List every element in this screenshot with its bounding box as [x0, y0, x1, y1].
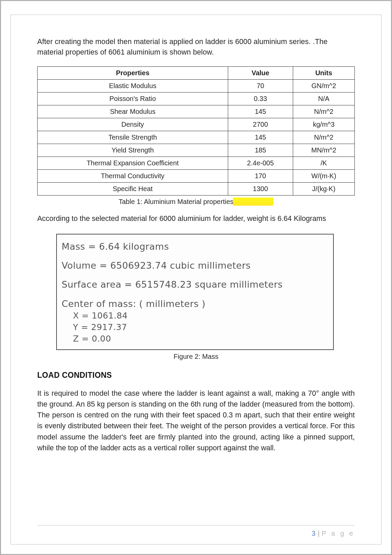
- center-of-mass-x: X = 1061.84: [62, 310, 328, 322]
- table-caption-text: Table 1: Aluminium Material properties: [118, 198, 233, 205]
- center-of-mass-y: Y = 2917.37: [62, 322, 328, 333]
- mass-properties-box: Mass = 6.64 kilograms Volume = 6506923.7…: [56, 234, 334, 350]
- table-cell-value: 1300: [228, 183, 293, 196]
- table-cell-units: N/m^2: [293, 105, 354, 118]
- page-footer: 3|P a g e: [37, 525, 355, 537]
- load-conditions-paragraph: It is required to model the case where t…: [37, 388, 355, 454]
- highlighter-mark: [233, 198, 274, 206]
- table-header-row: Properties Value Units: [38, 67, 355, 80]
- material-properties-table: Properties Value Units Elastic Modulus 7…: [37, 66, 355, 196]
- footer-separator: |: [318, 530, 320, 537]
- section-heading-load-conditions: LOAD CONDITIONS: [37, 371, 355, 380]
- table-cell-property: Shear Modulus: [38, 105, 228, 118]
- table-row: Yield Strength 185 MN/m^2: [38, 144, 355, 157]
- table-row: Specific Heat 1300 J/(kg·K): [38, 183, 355, 196]
- page-number: 3: [312, 530, 316, 537]
- table-cell-units: MN/m^2: [293, 144, 354, 157]
- table-cell-property: Elastic Modulus: [38, 80, 228, 92]
- table-cell-property: Thermal Conductivity: [38, 170, 228, 183]
- table-cell-units: W/(m·K): [293, 170, 354, 183]
- table-cell-units: N/m^2: [293, 131, 354, 144]
- table-row: Elastic Modulus 70 GN/m^2: [38, 80, 355, 92]
- weight-paragraph: According to the selected material for 6…: [37, 213, 355, 224]
- table-cell-property: Poisson's Ratio: [38, 92, 228, 105]
- table-cell-value: 2.4e-005: [228, 157, 293, 170]
- table-cell-units: GN/m^2: [293, 80, 354, 92]
- volume-line: Volume = 6506923.74 cubic millimeters: [62, 260, 328, 272]
- intro-paragraph: After creating the model then material i…: [37, 37, 355, 58]
- figure-caption: Figure 2: Mass: [37, 353, 355, 361]
- center-of-mass-z: Z = 0.00: [62, 333, 328, 345]
- table-cell-units: kg/m^3: [293, 118, 354, 131]
- table-cell-property: Yield Strength: [38, 144, 228, 157]
- mass-line: Mass = 6.64 kilograms: [62, 241, 328, 253]
- table-row: Tensile Strength 145 N/m^2: [38, 131, 355, 144]
- table-header-properties: Properties: [38, 67, 228, 80]
- table-cell-property: Density: [38, 118, 228, 131]
- table-row: Thermal Expansion Coefficient 2.4e-005 /…: [38, 157, 355, 170]
- table-row: Thermal Conductivity 170 W/(m·K): [38, 170, 355, 183]
- table-row: Shear Modulus 145 N/m^2: [38, 105, 355, 118]
- page-inner-frame: After creating the model then material i…: [10, 15, 382, 544]
- table-cell-property: Thermal Expansion Coefficient: [38, 157, 228, 170]
- table-cell-units: J/(kg·K): [293, 183, 354, 196]
- table-row: Poisson's Ratio 0.33 N/A: [38, 92, 355, 105]
- table-cell-value: 185: [228, 144, 293, 157]
- table-cell-value: 170: [228, 170, 293, 183]
- table-cell-value: 145: [228, 131, 293, 144]
- table-cell-units: N/A: [293, 92, 354, 105]
- table-cell-units: /K: [293, 157, 354, 170]
- table-cell-value: 145: [228, 105, 293, 118]
- table-cell-property: Specific Heat: [38, 183, 228, 196]
- table-cell-property: Tensile Strength: [38, 131, 228, 144]
- table-caption: Table 1: Aluminium Material properties: [37, 198, 355, 206]
- document-page: After creating the model then material i…: [0, 0, 392, 555]
- table-header-units: Units: [293, 67, 354, 80]
- table-cell-value: 0.33: [228, 92, 293, 105]
- table-cell-value: 70: [228, 80, 293, 92]
- table-cell-value: 2700: [228, 118, 293, 131]
- table-row: Density 2700 kg/m^3: [38, 118, 355, 131]
- footer-page-word: P a g e: [322, 530, 355, 537]
- center-of-mass-heading: Center of mass: ( millimeters ): [62, 298, 328, 310]
- surface-area-line: Surface area = 6515748.23 square millime…: [62, 279, 328, 291]
- table-header-value: Value: [228, 67, 293, 80]
